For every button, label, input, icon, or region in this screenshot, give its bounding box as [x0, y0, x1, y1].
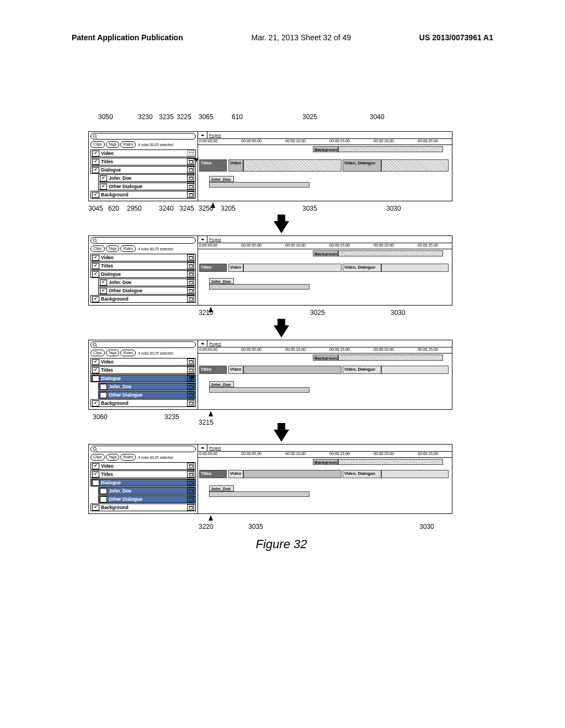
role-video[interactable]: ✔Video [90, 254, 196, 261]
trash-icon[interactable] [187, 367, 194, 373]
trash-icon[interactable] [187, 279, 194, 286]
trash-icon[interactable] [187, 488, 194, 494]
clip-johndoe-wave[interactable] [209, 284, 310, 290]
clip-background[interactable]: Background [313, 355, 338, 361]
pill-clips[interactable]: Clips [90, 141, 105, 148]
checkbox-icon[interactable]: ✔ [92, 255, 99, 261]
clip-background-body[interactable] [338, 250, 443, 256]
search-input[interactable] [90, 446, 196, 452]
role-dialogue[interactable]: ✔Dialogue [90, 270, 196, 278]
role-dialogue-highlight[interactable]: ✔Dialogue [90, 374, 196, 382]
checkbox-icon[interactable]: ✔ [92, 359, 99, 365]
trash-icon[interactable] [187, 383, 194, 390]
role-titles[interactable]: ✔Titles [90, 366, 196, 374]
role-background[interactable]: ✔Background [90, 295, 196, 303]
role-other-dialogue[interactable]: ✔Other Dialogue [98, 287, 196, 295]
checkbox-icon[interactable]: ✔ [92, 400, 99, 406]
time-ruler[interactable]: 0:00:00;00 00:00:05;00 00:00:10;00 00:00… [198, 452, 452, 458]
pill-clips[interactable]: Clips [90, 454, 105, 461]
trash-icon[interactable] [187, 191, 194, 198]
timeline[interactable]: ◂▸Project 0:00:00;00 00:00:05;00 00:00:1… [198, 236, 452, 305]
role-background[interactable]: ✔Background [90, 504, 196, 511]
pill-clips[interactable]: Clips [90, 350, 105, 356]
timeline[interactable]: ◂▸Project 0:00:00;00 00:00:05;00 00:00:1… [198, 340, 452, 409]
role-john-doe[interactable]: ✔John_Doe [98, 279, 196, 286]
pill-clips[interactable]: Clips [90, 245, 105, 252]
clip-video-body[interactable] [243, 366, 342, 374]
checkbox-icon[interactable]: ✔ [92, 480, 99, 486]
checkbox-icon[interactable]: ✔ [100, 288, 107, 294]
clip-johndoe[interactable]: John_Doe [209, 278, 234, 284]
trash-icon[interactable] [187, 167, 194, 173]
time-ruler[interactable]: 0:00:00;00 00:00:05;00 00:00:10;00 00:00… [198, 139, 452, 145]
checkbox-icon[interactable]: ✔ [100, 392, 107, 398]
trash-icon[interactable] [187, 150, 194, 157]
clip-video-dialogue-body[interactable] [381, 264, 449, 272]
role-titles[interactable]: ✔Titles [90, 262, 196, 270]
trash-icon[interactable] [187, 504, 194, 511]
role-other-dialogue[interactable]: ✔ Other Dialogue [98, 183, 196, 190]
checkbox-icon[interactable]: ✔ [100, 488, 107, 494]
role-video[interactable]: ✔Video [90, 358, 196, 366]
trash-icon[interactable] [187, 400, 194, 406]
checkbox-icon[interactable]: ✔ [92, 271, 99, 277]
clip-video-dialogue[interactable]: Video, Dialogue [343, 264, 381, 272]
role-background[interactable]: ✔Background [90, 399, 196, 407]
checkbox-icon[interactable]: ✔ [92, 296, 99, 302]
checkbox-icon[interactable]: ✔ [92, 159, 99, 165]
project-label[interactable]: Project [207, 133, 452, 137]
clip-video-body[interactable] [243, 264, 342, 272]
pill-tags[interactable]: Tags [106, 454, 120, 461]
pill-roles[interactable]: Roles [120, 454, 136, 461]
clip-johndoe-wave[interactable] [209, 387, 310, 393]
role-titles[interactable]: ✔Titles [90, 470, 196, 478]
trash-icon[interactable] [187, 287, 194, 294]
clip-titles[interactable]: Titles [199, 470, 227, 478]
pill-roles[interactable]: Roles [120, 141, 136, 148]
checkbox-icon[interactable]: ✔ [92, 263, 99, 269]
clip-background[interactable]: Background [313, 459, 338, 465]
clip-titles[interactable]: Titles [199, 366, 227, 374]
trash-icon[interactable] [187, 183, 194, 190]
clip-video-body[interactable] [243, 470, 342, 478]
tracks[interactable]: Background Titles Video Video, Dialogue … [198, 145, 452, 200]
clip-background-body[interactable] [338, 146, 443, 152]
search-input[interactable] [90, 237, 196, 244]
clip-video-dialogue-body[interactable] [381, 159, 449, 172]
trash-icon[interactable] [187, 254, 194, 261]
nav-arrows-icon[interactable]: ◂▸ [198, 445, 207, 451]
pill-tags[interactable]: Tags [106, 245, 120, 252]
checkbox-icon[interactable]: ✔ [92, 463, 99, 469]
role-other-dialogue-highlight[interactable]: ✔Other Dialogue [98, 495, 196, 503]
clip-titles[interactable]: Titles [199, 159, 227, 172]
role-titles[interactable]: ✔ Titles [90, 158, 196, 165]
role-background[interactable]: ✔ Background [90, 191, 196, 199]
trash-icon[interactable] [187, 479, 194, 486]
trash-icon[interactable] [187, 358, 194, 365]
clip-video-dialogue-body[interactable] [381, 470, 449, 478]
tracks[interactable]: Background Titles Video Video, Dialogue … [198, 354, 452, 409]
checkbox-icon[interactable]: ✔ [100, 384, 107, 390]
timeline[interactable]: ◂▸ Project 0:00:00;00 00:00:05;00 00:00:… [198, 132, 452, 201]
checkbox-icon[interactable]: ✔ [100, 280, 107, 286]
clip-johndoe-wave[interactable] [209, 182, 310, 188]
timeline[interactable]: ◂▸Project 0:00:00;00 00:00:05;00 00:00:1… [198, 445, 452, 513]
clip-video-dialogue[interactable]: Video, Dialogue [343, 366, 381, 374]
checkbox-icon[interactable]: ✔ [92, 505, 99, 511]
clip-background-body[interactable] [338, 355, 443, 361]
clip-johndoe[interactable]: John_Doe [209, 381, 234, 387]
clip-video[interactable]: Video [228, 264, 243, 272]
clip-background[interactable]: Background [313, 250, 338, 256]
clip-johndoe[interactable]: John_Doe [209, 176, 234, 182]
trash-icon[interactable] [187, 263, 194, 269]
checkbox-icon[interactable]: ✔ [100, 184, 107, 190]
role-video[interactable]: ✔ Video [90, 149, 196, 157]
trash-icon[interactable] [187, 375, 194, 382]
trash-icon[interactable] [187, 158, 194, 165]
time-ruler[interactable]: 0:00:00;00 00:00:05;00 00:00:10;00 00:00… [198, 243, 452, 249]
trash-icon[interactable] [187, 463, 194, 469]
pill-roles[interactable]: Roles [120, 245, 136, 252]
checkbox-icon[interactable]: ✔ [92, 367, 99, 373]
clip-video-dialogue[interactable]: Video, Dialogue [343, 470, 381, 478]
checkbox-icon[interactable]: ✔ [100, 496, 107, 502]
